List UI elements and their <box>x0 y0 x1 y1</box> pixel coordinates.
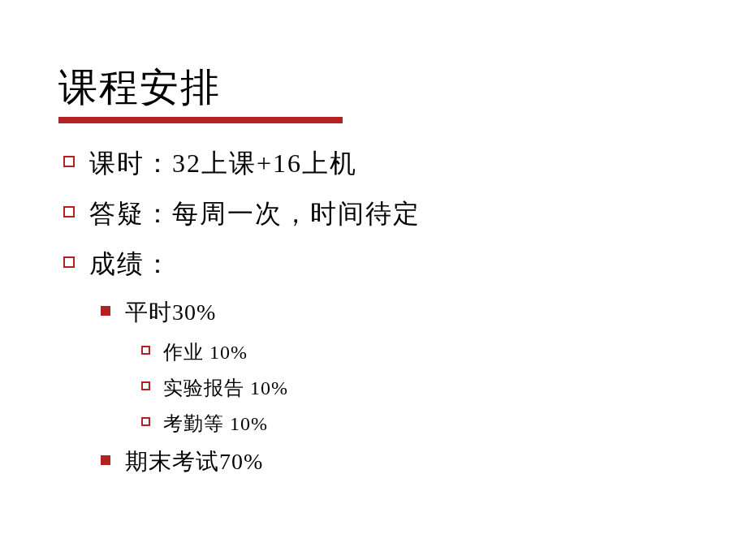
bullet-text: 课时：32上课+16上机 <box>89 146 357 182</box>
bullet-text: 期末考试70% <box>125 446 263 477</box>
bullet-level2: 期末考试70% <box>101 446 689 477</box>
slide-title: 课程安排 <box>58 62 689 114</box>
bullet-text: 作业 10% <box>163 339 248 365</box>
bullet-level3: 考勤等 10% <box>141 411 689 437</box>
bullet-marker-hollow <box>63 206 75 218</box>
bullet-marker-solid <box>101 455 110 465</box>
bullet-level1: 成绩： <box>63 247 689 282</box>
bullet-text: 考勤等 10% <box>163 411 268 437</box>
bullet-marker-hollow-small <box>141 346 150 355</box>
bullet-marker-solid <box>101 306 110 316</box>
bullet-level3: 作业 10% <box>141 339 689 365</box>
bullet-marker-hollow-small <box>141 381 150 390</box>
bullet-text: 平时30% <box>125 297 216 328</box>
bullet-marker-hollow <box>63 256 75 268</box>
bullet-level2: 平时30% <box>101 297 689 328</box>
bullet-level1: 课时：32上课+16上机 <box>63 146 689 182</box>
bullet-text: 答疑：每周一次，时间待定 <box>89 196 421 232</box>
slide-content: 课程安排 课时：32上课+16上机 答疑：每周一次，时间待定 成绩： 平时30%… <box>0 0 747 550</box>
bullet-text: 实验报告 10% <box>163 375 288 401</box>
bullet-level3: 实验报告 10% <box>141 375 689 401</box>
bullet-text: 成绩： <box>89 247 172 282</box>
bullet-marker-hollow <box>63 156 75 167</box>
bullet-level1: 答疑：每周一次，时间待定 <box>63 196 689 232</box>
title-underline <box>58 117 343 123</box>
bullet-marker-hollow-small <box>141 417 150 426</box>
